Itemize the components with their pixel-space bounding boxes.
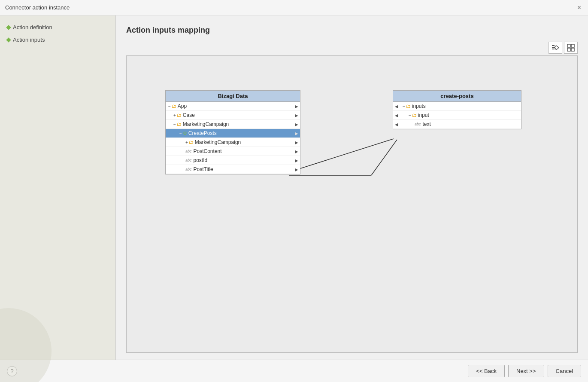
- cancel-button[interactable]: Cancel: [548, 365, 581, 377]
- folder-icon: 🗂: [406, 104, 411, 109]
- svg-rect-2: [552, 49, 555, 49]
- svg-rect-1: [552, 47, 555, 48]
- table-row[interactable]: abc postId ▶: [166, 156, 300, 165]
- toolbar-grid-btn[interactable]: [564, 42, 578, 54]
- arrow-left-icon: ◀: [395, 113, 398, 118]
- folder-icon: 🗂: [177, 122, 182, 127]
- svg-line-4: [556, 48, 559, 50]
- arrow-left-icon: ◀: [395, 122, 398, 127]
- row-label: MarketingCampaign: [183, 121, 229, 127]
- table-row[interactable]: + 🗂 Case ▶: [166, 111, 300, 120]
- svg-rect-8: [571, 44, 574, 47]
- arrow-right-icon: ▶: [295, 140, 298, 145]
- svg-line-5: [555, 46, 556, 47]
- table-row[interactable]: ◀ − 🗂 input: [393, 111, 521, 120]
- table-row[interactable]: − 🗂 App ▶: [166, 102, 300, 111]
- arrow-right-icon: ▶: [295, 104, 298, 109]
- row-label: MarketingCampaign: [195, 139, 241, 145]
- row-label: text: [423, 121, 431, 127]
- mapping-icon: [552, 44, 559, 52]
- sidebar-item-action-inputs[interactable]: Action inputs: [7, 37, 109, 43]
- table-row[interactable]: abc PostContent ▶: [166, 147, 300, 156]
- row-label: PostContent: [194, 148, 222, 154]
- text-type-icon: abc: [185, 167, 192, 171]
- link-icon: ⚙: [183, 131, 187, 136]
- svg-line-13: [300, 139, 394, 168]
- expand-icon: +: [185, 140, 188, 145]
- svg-line-12: [371, 140, 397, 175]
- sidebar: Action definition Action inputs: [0, 15, 116, 360]
- expand-icon: −: [409, 113, 411, 118]
- next-button[interactable]: Next >>: [508, 365, 544, 377]
- table-row[interactable]: − 🗂 MarketingCampaign ▶: [166, 120, 300, 129]
- svg-rect-7: [567, 44, 570, 47]
- mapping-canvas[interactable]: Bizagi Data − 🗂 App ▶ + 🗂 Case ▶ −: [126, 55, 578, 353]
- expand-icon: −: [403, 104, 405, 109]
- row-label: postId: [194, 157, 208, 163]
- toolbar-row: [126, 42, 578, 54]
- svg-rect-0: [552, 45, 555, 46]
- expand-icon: −: [173, 122, 176, 127]
- page-title: Action inputs mapping: [126, 26, 578, 35]
- content-area: Action inputs mapping: [116, 15, 588, 360]
- diamond-icon-2: [6, 37, 11, 42]
- folder-icon: 🗂: [189, 140, 194, 145]
- arrow-right-icon: ▶: [295, 122, 298, 127]
- svg-rect-10: [571, 48, 574, 51]
- row-label: PostTitle: [194, 166, 213, 172]
- bottom-right: << Back Next >> Cancel: [468, 365, 581, 377]
- svg-line-3: [556, 46, 559, 48]
- table-row[interactable]: ◀ abc text: [393, 120, 521, 129]
- close-button[interactable]: ×: [576, 3, 583, 12]
- svg-line-6: [555, 47, 556, 50]
- row-label: inputs: [412, 103, 426, 109]
- create-posts-header: create-posts: [393, 91, 521, 102]
- grid-icon: [567, 44, 575, 52]
- row-label: Case: [183, 112, 195, 118]
- table-row[interactable]: ◀ − 🗂 inputs: [393, 102, 521, 111]
- expand-icon: −: [168, 104, 171, 109]
- bizagi-data-table: Bizagi Data − 🗂 App ▶ + 🗂 Case ▶ −: [165, 90, 300, 174]
- table-row-selected[interactable]: − ⚙ CreatePosts ▶: [166, 129, 300, 138]
- expand-icon: +: [173, 113, 176, 118]
- toolbar-mapping-btn[interactable]: [549, 42, 562, 54]
- table-row[interactable]: + 🗂 MarketingCampaign ▶: [166, 138, 300, 147]
- arrow-right-icon: ▶: [295, 131, 298, 136]
- text-type-icon: abc: [185, 149, 192, 153]
- sidebar-item-action-definition[interactable]: Action definition: [7, 24, 109, 31]
- sidebar-label-action-inputs: Action inputs: [13, 37, 45, 43]
- arrow-right-icon: ▶: [295, 167, 298, 172]
- text-type-icon: abc: [185, 158, 192, 162]
- folder-icon: 🗂: [172, 104, 176, 109]
- arrow-right-icon: ▶: [295, 113, 298, 118]
- sidebar-label-action-definition: Action definition: [13, 24, 52, 31]
- svg-rect-9: [567, 48, 570, 51]
- create-posts-table: create-posts ◀ − 🗂 inputs ◀ − 🗂 input: [393, 90, 521, 129]
- main-layout: Action definition Action inputs Action i…: [0, 15, 588, 360]
- arrow-right-icon: ▶: [295, 149, 298, 154]
- row-label: App: [178, 103, 187, 109]
- bizagi-data-header: Bizagi Data: [166, 91, 300, 102]
- folder-icon: 🗂: [177, 113, 182, 118]
- arrow-right-icon: ▶: [295, 158, 298, 163]
- text-type-icon: abc: [415, 122, 421, 126]
- row-label: input: [418, 112, 429, 118]
- title-bar: Connector action instance ×: [0, 0, 588, 15]
- back-button[interactable]: << Back: [468, 365, 505, 377]
- bottom-bar: ? << Back Next >> Cancel: [0, 360, 588, 382]
- sidebar-decoration: [0, 308, 52, 382]
- arrow-left-icon: ◀: [395, 104, 398, 109]
- diamond-icon: [6, 25, 11, 30]
- folder-icon: 🗂: [412, 113, 417, 118]
- row-label: CreatePosts: [188, 130, 217, 136]
- table-row[interactable]: abc PostTitle ▶: [166, 165, 300, 174]
- dialog-title: Connector action instance: [5, 4, 70, 11]
- expand-icon: −: [179, 131, 182, 136]
